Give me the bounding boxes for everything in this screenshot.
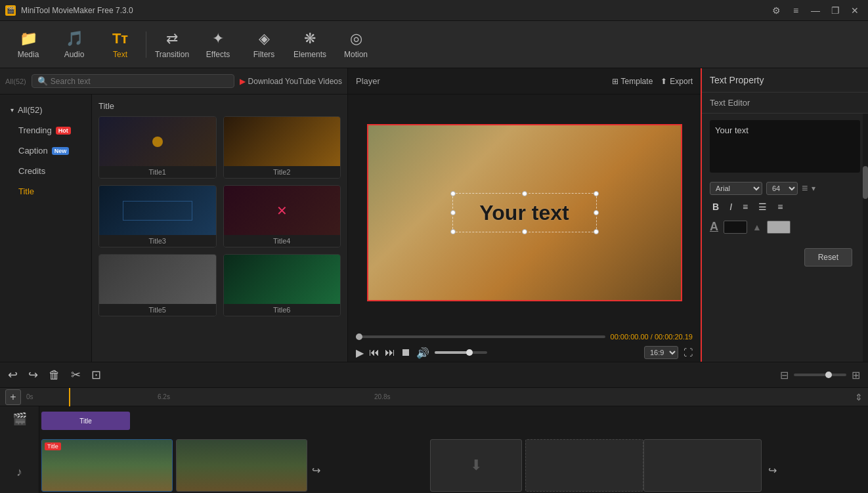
sidebar-item-caption[interactable]: Caption New [0, 140, 91, 161]
sidebar-item-all[interactable]: ▾ All(52) [0, 100, 91, 120]
handle-top-center[interactable] [522, 191, 527, 196]
handle-top-left[interactable] [450, 191, 456, 196]
video-clip-4[interactable] [525, 439, 643, 492]
volume-bar[interactable] [435, 351, 487, 354]
align-right-btn[interactable]: ≡ [775, 200, 785, 213]
highlight-color-swatch[interactable] [767, 221, 791, 234]
handle-bot-center[interactable] [522, 229, 527, 234]
template-btn[interactable]: ⊞ Template [612, 77, 653, 86]
menu-btn[interactable]: ≡ [788, 3, 804, 18]
redo-btn[interactable]: ↪ [28, 368, 38, 382]
collapse-timeline-btn[interactable]: ⇕ [855, 392, 863, 402]
cut-btn[interactable]: ✂ [71, 368, 81, 382]
export-btn[interactable]: ⬆ Export [661, 77, 693, 86]
align-left-btn[interactable]: ≡ [740, 200, 750, 213]
video-clip-1[interactable]: Title [41, 439, 173, 492]
stop-btn[interactable]: ⏹ [401, 347, 411, 358]
handle-bot-left[interactable] [450, 229, 456, 234]
player-topbar: Player ⊞ Template ⬆ Export [348, 68, 701, 95]
zoom-slider[interactable] [794, 374, 846, 376]
undo-btn[interactable]: ↩ [8, 368, 18, 382]
title-card-1[interactable]: Title1 [98, 116, 217, 179]
toolbar-effects[interactable]: ✦ Effects [195, 25, 241, 64]
sidebar-item-trending[interactable]: Trending Hot [0, 120, 91, 140]
timeline-tracks: 🎬 ♪ Title Title ↪ ↪ ⬇ [0, 406, 868, 493]
download-youtube-btn[interactable]: ▶ Download YouTube Videos [240, 77, 342, 86]
ruler-mark-1: 6.2s [158, 393, 170, 400]
handle-bot-right[interactable] [594, 229, 599, 234]
font-family-select[interactable]: Arial Times New Roman Helvetica [710, 182, 762, 195]
video-clip-3[interactable]: ⬇ [430, 439, 522, 492]
track-labels: 🎬 ♪ [0, 406, 39, 493]
reset-btn[interactable]: Reset [804, 248, 852, 267]
volume-thumb[interactable] [466, 349, 473, 356]
title-card-6[interactable]: Title6 [223, 254, 341, 316]
delete-btn[interactable]: 🗑 [49, 368, 60, 382]
right-scrollbar[interactable] [863, 114, 868, 362]
handle-mid-right[interactable] [594, 210, 599, 215]
highlight-icon: ▲ [752, 222, 762, 232]
volume-icon[interactable]: 🔊 [416, 347, 429, 359]
title-card-4[interactable]: ✕ Title4 [223, 185, 341, 247]
export-icon: ⬆ [661, 77, 667, 86]
title-card-3[interactable]: Title3 [98, 185, 217, 247]
title-track-clip[interactable]: Title [41, 412, 130, 430]
align-center-btn[interactable]: ☰ [756, 200, 770, 213]
toolbar-audio[interactable]: 🎵 Audio [51, 25, 97, 64]
playhead[interactable] [69, 388, 70, 406]
right-scrollbar-thumb[interactable] [863, 166, 868, 199]
settings-btn[interactable]: ⚙ [768, 3, 784, 18]
video-clip-5[interactable] [643, 439, 762, 492]
arrow-2[interactable]: ↪ [312, 464, 320, 477]
restore-btn[interactable]: ❐ [827, 3, 843, 18]
aspect-ratio-select[interactable]: 16:9 9:16 1:1 4:3 [644, 346, 678, 359]
media-label: Media [18, 50, 39, 59]
music-icon: ♪ [16, 465, 22, 479]
title-label-1: Title1 [99, 166, 216, 178]
ruler-marks: 0s 6.2s 20.8s [26, 388, 863, 406]
video-clip-2[interactable] [176, 439, 307, 492]
close-btn[interactable]: ✕ [847, 3, 863, 18]
progress-bar[interactable] [356, 335, 605, 338]
title-grid: Title1 Title2 Title3 ✕ [98, 116, 341, 316]
title-card-5[interactable]: Title5 [98, 254, 217, 316]
sidebar-item-credits[interactable]: Credits [0, 161, 91, 181]
more-options-icon[interactable]: ▾ [812, 184, 815, 193]
zoom-out-icon[interactable]: ⊟ [780, 369, 789, 381]
fullscreen-btn[interactable]: ⛶ [684, 347, 693, 358]
toolbar-transition[interactable]: ⇄ Transition [149, 25, 195, 64]
toolbar-media[interactable]: 📁 Media [5, 25, 51, 64]
zoom-in-icon[interactable]: ⊞ [852, 369, 860, 381]
add-track-btn[interactable]: + [5, 389, 21, 405]
toolbar-elements[interactable]: ❋ Elements [287, 25, 333, 64]
font-color-swatch[interactable] [724, 221, 747, 234]
timeline: + 0s 6.2s 20.8s ⇕ 🎬 ♪ Title Title [0, 388, 868, 493]
italic-btn[interactable]: I [727, 200, 735, 213]
handle-top-right[interactable] [594, 191, 599, 196]
main-toolbar: 📁 Media 🎵 Audio Tт Text ⇄ Transition ✦ E… [0, 21, 868, 68]
search-input[interactable] [51, 77, 228, 86]
toolbar-motion[interactable]: ◎ Motion [333, 25, 379, 64]
title-card-2[interactable]: Title2 [223, 116, 341, 179]
media-icon: 📁 [20, 30, 37, 47]
play-btn[interactable]: ▶ [356, 347, 364, 359]
arrow-5[interactable]: ↪ [768, 464, 777, 477]
audio-track-label: ♪ [16, 465, 22, 479]
left-topbar: All(52) 🔍 ▶ Download YouTube Videos [0, 68, 347, 95]
minimize-btn[interactable]: — [808, 3, 823, 18]
next-btn[interactable]: ⏭ [385, 347, 395, 358]
toolbar-filters[interactable]: ◈ Filters [241, 25, 287, 64]
font-size-select[interactable]: 64 48 36 24 [766, 182, 798, 195]
crop-btn[interactable]: ⊡ [91, 368, 101, 382]
text-editor-area[interactable]: Your text [710, 120, 860, 173]
toolbar-text[interactable]: Tт Text [97, 25, 143, 64]
bold-btn[interactable]: B [710, 200, 722, 213]
handle-mid-left[interactable] [450, 210, 456, 215]
sidebar-item-title[interactable]: Title [0, 181, 91, 202]
progress-thumb[interactable] [356, 333, 362, 340]
template-icon: ⊞ [612, 77, 618, 86]
text-overlay[interactable]: Your text [479, 200, 569, 225]
zoom-thumb[interactable] [825, 372, 832, 378]
prev-btn[interactable]: ⏮ [369, 347, 380, 358]
title-thumb-3 [99, 186, 216, 235]
